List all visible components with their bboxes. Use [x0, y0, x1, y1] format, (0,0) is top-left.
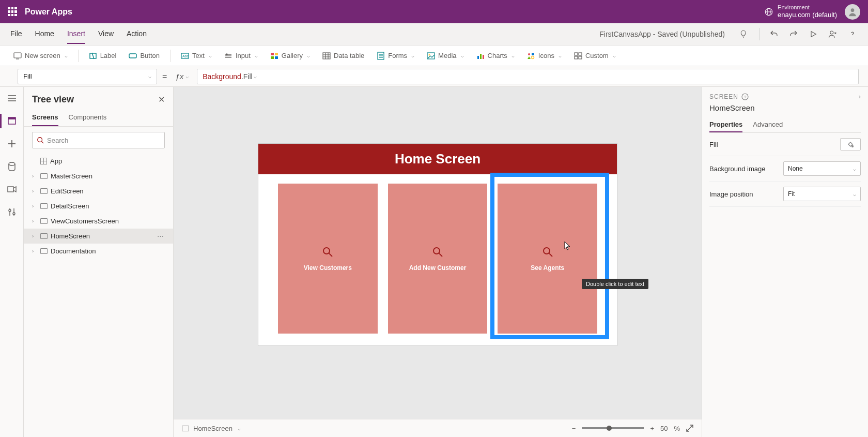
tile-add-customer[interactable]: Add New Customer — [388, 184, 488, 334]
rail-tree-icon[interactable] — [7, 116, 17, 126]
tab-screens[interactable]: Screens — [32, 109, 58, 126]
tab-advanced[interactable]: Advanced — [753, 117, 783, 132]
button-text: Button — [140, 52, 160, 59]
canvas-body: View Customers Add New Customer See Agen… — [258, 174, 617, 343]
tree-item-screen[interactable]: › DetailScreen — [24, 199, 173, 214]
img-pos-select[interactable]: Fit ⌵ — [783, 187, 861, 201]
zoom-thumb[interactable] — [607, 426, 612, 431]
tree-item-screen[interactable]: › MasterScreen — [24, 169, 173, 184]
rail-hamburger-icon[interactable] — [7, 93, 17, 103]
svg-line-63 — [549, 253, 552, 257]
environment-text: Environment enayu.com (default) — [778, 4, 837, 19]
zoom-in-icon[interactable]: + — [650, 425, 654, 432]
play-icon[interactable] — [808, 29, 818, 39]
formula-input[interactable]: Background.Fill ⌵ — [197, 69, 859, 84]
label-button[interactable]: Label — [85, 49, 121, 63]
environment-picker[interactable]: Environment enayu.com (default) — [764, 4, 837, 19]
rail-media-icon[interactable] — [7, 184, 17, 194]
rail-data-icon[interactable] — [7, 161, 17, 172]
chevron-down-icon: ⌵ — [254, 73, 257, 79]
properties-panel: SCREEN ? › HomeScreen Properties Advance… — [702, 87, 868, 437]
button-button[interactable]: Button — [125, 49, 164, 63]
new-screen-button[interactable]: New screen⌵ — [9, 49, 72, 63]
tree-item-app[interactable]: App — [24, 154, 173, 169]
tab-components[interactable]: Components — [69, 109, 107, 126]
button-icon — [129, 52, 137, 60]
custom-label: Custom — [585, 52, 609, 59]
chevron-down-icon: ⌵ — [148, 73, 151, 79]
zoom-out-icon[interactable]: − — [572, 425, 576, 432]
redo-icon[interactable] — [788, 29, 799, 39]
svg-rect-21 — [323, 53, 330, 59]
tree-item-label: Documentation — [51, 247, 96, 255]
text-label: Text — [192, 52, 205, 59]
separator — [759, 28, 760, 40]
tree-item-screen[interactable]: › Documentation — [24, 244, 173, 259]
search-input[interactable]: Search — [32, 132, 165, 148]
screen-title-label[interactable]: Home Screen — [258, 144, 617, 174]
tree-item-screen[interactable]: › ViewCustomersScreen — [24, 214, 173, 229]
prop-row-img-pos: Image position Fit ⌵ — [709, 182, 861, 207]
media-dropdown[interactable]: Media⌵ — [423, 49, 468, 63]
chevron-right-icon[interactable]: › — [859, 93, 861, 100]
forms-dropdown[interactable]: Forms⌵ — [373, 49, 419, 63]
props-element-name: HomeScreen — [709, 103, 861, 112]
tile-view-customers[interactable]: View Customers — [278, 184, 378, 334]
fx-icon[interactable]: ƒx⌵ — [172, 72, 192, 81]
icons-dropdown[interactable]: Icons⌵ — [523, 49, 566, 63]
formula-bar: Fill ⌵ = ƒx⌵ Background.Fill ⌵ — [0, 66, 868, 87]
undo-icon[interactable] — [769, 29, 779, 39]
svg-rect-17 — [271, 53, 274, 55]
menu-insert[interactable]: Insert — [67, 24, 85, 44]
close-icon[interactable]: ✕ — [158, 95, 165, 104]
app-checker-icon[interactable] — [739, 29, 750, 39]
search-icon — [541, 246, 554, 258]
tile-see-agents[interactable]: See Agents — [498, 184, 597, 334]
menu-view[interactable]: View — [98, 24, 114, 44]
user-avatar[interactable] — [845, 4, 860, 20]
canvas-screen[interactable]: Home Screen View Customers Add New Custo… — [258, 144, 617, 345]
menu-action[interactable]: Action — [127, 24, 147, 44]
canvas-area[interactable]: Home Screen View Customers Add New Custo… — [174, 87, 702, 437]
zoom-slider[interactable] — [582, 427, 644, 429]
svg-point-38 — [531, 56, 534, 58]
tree-item-label: HomeScreen — [51, 232, 90, 240]
gallery-label: Gallery — [282, 52, 303, 59]
input-dropdown[interactable]: Input⌵ — [220, 49, 262, 63]
chevron-right-icon: › — [32, 248, 37, 254]
tree-title: Tree view — [32, 94, 74, 105]
rail-insert-icon[interactable] — [7, 139, 17, 149]
tree-item-screen[interactable]: › HomeScreen ⋯ — [24, 229, 173, 244]
chevron-down-icon[interactable]: ⌵ — [238, 426, 241, 431]
bg-image-value: None — [788, 165, 803, 172]
waffle-icon[interactable] — [8, 7, 17, 17]
more-icon[interactable]: ⋯ — [157, 232, 165, 240]
forms-label: Forms — [388, 52, 407, 59]
props-type-label: SCREEN — [709, 93, 738, 100]
property-selector[interactable]: Fill ⌵ — [18, 69, 157, 84]
tree-item-screen[interactable]: › EditScreen — [24, 184, 173, 199]
rail-advanced-icon[interactable] — [7, 207, 17, 217]
custom-dropdown[interactable]: Custom⌵ — [570, 49, 620, 63]
input-label: Input — [236, 52, 251, 59]
text-dropdown[interactable]: Abc Text⌵ — [177, 49, 216, 63]
tab-properties[interactable]: Properties — [709, 117, 742, 132]
svg-line-59 — [329, 253, 332, 257]
info-icon[interactable]: ? — [741, 93, 749, 100]
zoom-percent: % — [674, 425, 680, 432]
screen-icon — [40, 203, 48, 209]
screen-icon — [40, 248, 48, 254]
share-icon[interactable] — [828, 29, 838, 39]
svg-rect-39 — [575, 53, 578, 55]
menu-file[interactable]: File — [10, 24, 22, 44]
fill-color-picker[interactable] — [840, 138, 861, 150]
data-table-button[interactable]: Data table — [318, 49, 368, 63]
menu-home[interactable]: Home — [35, 24, 54, 44]
svg-point-16 — [226, 54, 227, 55]
help-icon[interactable] — [847, 29, 858, 39]
charts-dropdown[interactable]: Charts⌵ — [472, 49, 519, 63]
bg-image-select[interactable]: None ⌵ — [783, 161, 861, 176]
gallery-dropdown[interactable]: Gallery⌵ — [266, 49, 314, 63]
fit-screen-icon[interactable] — [686, 425, 693, 432]
tile-label: See Agents — [531, 264, 564, 272]
